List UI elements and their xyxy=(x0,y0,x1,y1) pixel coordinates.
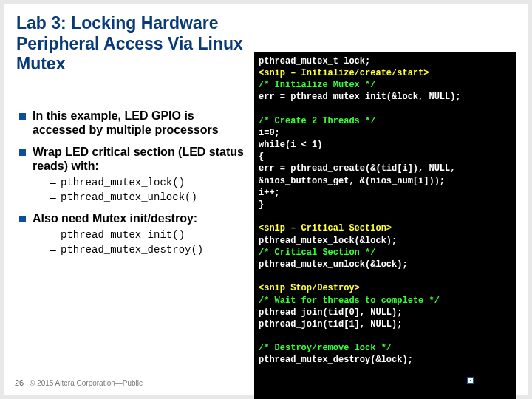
code-line: while(i < 1) xyxy=(259,139,511,151)
code-snip: <snip – Critical Section> xyxy=(259,222,511,234)
code-line: pthread_mutex_lock(&lock); xyxy=(259,235,511,247)
code-line: pthread_mutex_unlock(&lock); xyxy=(259,259,511,270)
sub-list: pthread_mutex_lock() pthread_mutex_unloc… xyxy=(33,177,250,204)
code-line: } xyxy=(259,199,511,211)
sub-item: pthread_mutex_lock() xyxy=(33,177,250,189)
svg-rect-2 xyxy=(470,380,471,381)
bullet-item: Also need Mutex init/destroy: pthread_mu… xyxy=(16,211,250,256)
code-comment: /* Initialize Mutex */ xyxy=(259,79,511,91)
slide: Lab 3: Locking Hardware Peripheral Acces… xyxy=(4,4,528,395)
bullet-column: In this example, LED GPIO is accessed by… xyxy=(16,54,254,399)
code-comment: /* Create 2 Threads */ xyxy=(259,115,511,127)
bullet-text: In this example, LED GPIO is accessed by… xyxy=(33,109,219,137)
code-comment: /* Wait for threads to complete */ xyxy=(259,295,511,307)
bullet-item: In this example, LED GPIO is accessed by… xyxy=(16,109,250,137)
code-line: { xyxy=(259,151,511,163)
bullet-item: Wrap LED critical section (LED status re… xyxy=(16,145,250,204)
code-line: i=0; xyxy=(259,127,511,139)
code-line: err = pthread_create(&(tid[i]), NULL, xyxy=(259,163,511,174)
code-line: pthread_mutex_t lock; xyxy=(259,55,511,67)
bullet-list: In this example, LED GPIO is accessed by… xyxy=(16,109,250,256)
code-snip: <snip Stop/Destroy> xyxy=(259,282,511,294)
sub-item: pthread_mutex_unlock() xyxy=(33,191,250,204)
code-line: pthread_join(tid[1], NULL); xyxy=(259,318,511,330)
code-line: &nios_buttons_get, &(nios_num[i])); xyxy=(259,175,511,187)
code-line: i++; xyxy=(259,187,511,199)
altera-logo xyxy=(467,374,511,387)
sub-item: pthread_mutex_init() xyxy=(33,229,250,242)
slide-number: 26 xyxy=(15,378,24,387)
sub-list: pthread_mutex_init() pthread_mutex_destr… xyxy=(33,229,250,256)
bullet-text: Wrap LED critical section (LED status re… xyxy=(33,146,244,173)
code-line: pthread_join(tid[0], NULL); xyxy=(259,307,511,318)
bullet-text: Also need Mutex init/destroy: xyxy=(33,212,197,225)
code-block: pthread_mutex_t lock; <snip – Initialize… xyxy=(254,52,516,399)
code-snip: <snip – Initialize/create/start> xyxy=(259,67,511,79)
code-line: err = pthread_mutex_init(&lock, NULL); xyxy=(259,91,511,103)
copyright-text: © 2015 Altera Corporation—Public xyxy=(30,379,143,387)
code-comment: /* Destroy/remove lock */ xyxy=(259,342,511,354)
code-comment: /* Critical Section */ xyxy=(259,247,511,259)
content-row: In this example, LED GPIO is accessed by… xyxy=(16,54,516,399)
sub-item: pthread_mutex_destroy() xyxy=(33,244,250,256)
code-line: pthread_mutex_destroy(&lock); xyxy=(259,354,511,366)
